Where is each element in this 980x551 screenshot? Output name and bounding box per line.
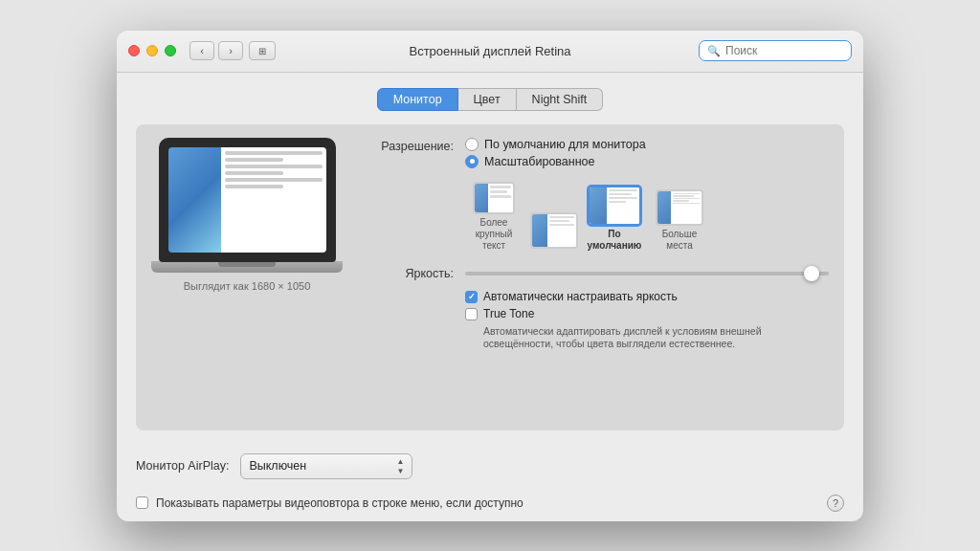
window-title: Встроенный дисплей Retina xyxy=(409,44,570,58)
back-button[interactable]: ‹ xyxy=(189,41,214,60)
airplay-value: Выключен xyxy=(249,459,306,473)
auto-brightness-label: Автоматически настраивать яркость xyxy=(483,290,678,303)
minimize-button[interactable] xyxy=(146,45,158,56)
close-button[interactable] xyxy=(128,45,140,56)
tab-color[interactable]: Цвет xyxy=(458,88,517,111)
traffic-lights xyxy=(128,45,176,56)
scale-options-row: Более крупный текст xyxy=(465,182,829,252)
scale-item-medium[interactable] xyxy=(530,212,578,252)
resolution-row: Разрешение: По умолчанию для монитора Ма… xyxy=(358,138,829,168)
resolution-default-label: По умолчанию для монитора xyxy=(484,138,646,151)
resolution-label: Разрешение: xyxy=(358,138,454,153)
brightness-row: Яркость: xyxy=(358,267,829,280)
settings-panel: Разрешение: По умолчанию для монитора Ма… xyxy=(358,138,829,417)
titlebar: ‹ › ⊞ Встроенный дисплей Retina 🔍 xyxy=(117,31,863,73)
scale-preview-largest[interactable] xyxy=(473,182,515,214)
search-box[interactable]: 🔍 xyxy=(699,40,852,61)
scale-label-more-space: Больше места xyxy=(651,229,708,252)
brightness-thumb[interactable] xyxy=(804,266,819,281)
resolution-scaled-radio[interactable] xyxy=(465,155,479,168)
true-tone-row[interactable]: True Tone xyxy=(465,307,829,320)
screen-content xyxy=(221,147,326,253)
brightness-track[interactable] xyxy=(465,272,829,276)
true-tone-label: True Tone xyxy=(483,307,534,320)
scale-label-default: По умолчанию xyxy=(586,229,643,252)
tabs-bar: Монитор Цвет Night Shift xyxy=(136,88,844,111)
screen-line xyxy=(225,165,323,168)
airplay-arrows-icon: ▲ ▼ xyxy=(397,457,405,475)
airplay-label: Монитор AirPlay: xyxy=(136,459,229,473)
screen-line xyxy=(225,178,323,182)
resolution-options: По умолчанию для монитора Масштабированн… xyxy=(465,138,646,168)
scale-preview-more-space[interactable] xyxy=(656,189,703,226)
true-tone-checkbox[interactable] xyxy=(465,308,478,320)
main-window: ‹ › ⊞ Встроенный дисплей Retina 🔍 Монито… xyxy=(117,31,863,521)
scale-item-largest-text[interactable]: Более крупный текст xyxy=(465,182,523,252)
screen-text-lines xyxy=(221,147,326,195)
footer-checkbox-label: Показывать параметры видеоповтора в стро… xyxy=(156,496,819,510)
screen-line xyxy=(225,171,283,175)
search-icon: 🔍 xyxy=(707,45,721,57)
airplay-bar: Монитор AirPlay: Выключен ▲ ▼ xyxy=(117,444,863,489)
scale-label-largest: Более крупный текст xyxy=(465,217,523,252)
true-tone-subtext: Автоматически адаптировать дисплей к усл… xyxy=(483,325,829,351)
grid-button[interactable]: ⊞ xyxy=(249,41,276,60)
checkboxes-area: Автоматически настраивать яркость True T… xyxy=(465,290,829,351)
nav-buttons: ‹ › xyxy=(189,41,243,60)
display-preview-panel: Выглядит как 1680 × 1050 xyxy=(151,138,343,417)
screen-line xyxy=(225,151,323,155)
scale-item-default[interactable]: По умолчанию xyxy=(586,186,643,252)
footer-row: Показывать параметры видеоповтора в стро… xyxy=(117,489,863,521)
main-settings-area: Выглядит как 1680 × 1050 Разрешение: По … xyxy=(136,124,844,430)
auto-brightness-checkbox[interactable] xyxy=(465,291,478,303)
content-area: Монитор Цвет Night Shift xyxy=(117,73,863,444)
screen-line xyxy=(225,158,283,162)
macbook-screen xyxy=(168,147,326,253)
resolution-scaled-option[interactable]: Масштабированное xyxy=(465,155,646,168)
resolution-default-option[interactable]: По умолчанию для монитора xyxy=(465,138,646,151)
resolution-default-radio[interactable] xyxy=(465,138,479,151)
screen-line xyxy=(225,185,283,188)
macbook-base xyxy=(151,261,343,273)
scale-preview-medium[interactable] xyxy=(530,212,578,249)
brightness-label: Яркость: xyxy=(358,267,454,280)
scale-preview-default[interactable] xyxy=(588,186,641,226)
brightness-slider-container xyxy=(465,272,829,276)
macbook-image xyxy=(159,138,336,262)
display-size-label: Выглядит как 1680 × 1050 xyxy=(184,280,311,292)
tab-nightshift[interactable]: Night Shift xyxy=(517,88,604,111)
footer-checkbox[interactable] xyxy=(136,496,148,509)
help-button[interactable]: ? xyxy=(827,495,844,512)
auto-brightness-row[interactable]: Автоматически настраивать яркость xyxy=(465,290,829,303)
maximize-button[interactable] xyxy=(165,45,176,56)
forward-button[interactable]: › xyxy=(218,41,243,60)
airplay-select[interactable]: Выключен ▲ ▼ xyxy=(240,453,412,479)
tab-monitor[interactable]: Монитор xyxy=(377,88,458,111)
resolution-scaled-label: Масштабированное xyxy=(484,155,595,168)
search-input[interactable] xyxy=(725,44,843,57)
scale-item-more-space[interactable]: Больше места xyxy=(651,189,708,252)
